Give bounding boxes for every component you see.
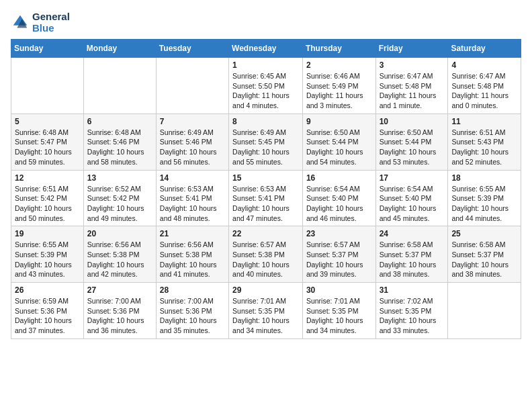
day-number: 11 — [451, 117, 517, 126]
header-cell-saturday: Saturday — [448, 40, 521, 58]
header-cell-thursday: Thursday — [302, 40, 375, 58]
day-cell: 23Sunrise: 6:57 AMSunset: 5:37 PMDayligh… — [302, 226, 375, 283]
day-info: Sunrise: 6:49 AMSunset: 5:46 PMDaylight:… — [160, 128, 225, 167]
day-number: 24 — [380, 229, 445, 238]
day-info: Sunrise: 7:02 AMSunset: 5:35 PMDaylight:… — [380, 296, 445, 336]
day-cell — [156, 58, 228, 114]
day-number: 14 — [160, 173, 225, 183]
calendar-table: SundayMondayTuesdayWednesdayThursdayFrid… — [11, 39, 521, 339]
day-cell: 9Sunrise: 6:50 AMSunset: 5:44 PMDaylight… — [302, 113, 375, 170]
day-cell: 3Sunrise: 6:47 AMSunset: 5:48 PMDaylight… — [375, 58, 448, 114]
day-number: 13 — [87, 173, 152, 183]
day-cell: 16Sunrise: 6:54 AMSunset: 5:40 PMDayligh… — [302, 170, 375, 226]
day-info: Sunrise: 7:00 AMSunset: 5:36 PMDaylight:… — [87, 296, 152, 336]
day-info: Sunrise: 6:53 AMSunset: 5:41 PMDaylight:… — [232, 184, 299, 224]
day-info: Sunrise: 6:56 AMSunset: 5:38 PMDaylight:… — [160, 240, 225, 279]
day-number: 23 — [306, 229, 372, 238]
day-info: Sunrise: 6:58 AMSunset: 5:37 PMDaylight:… — [451, 240, 517, 279]
header-cell-tuesday: Tuesday — [156, 40, 228, 58]
day-info: Sunrise: 6:56 AMSunset: 5:38 PMDaylight:… — [87, 240, 152, 279]
day-cell: 10Sunrise: 6:50 AMSunset: 5:44 PMDayligh… — [375, 113, 448, 170]
day-cell: 29Sunrise: 7:01 AMSunset: 5:35 PMDayligh… — [229, 283, 303, 339]
day-number: 12 — [15, 173, 80, 183]
day-info: Sunrise: 6:46 AMSunset: 5:49 PMDaylight:… — [306, 71, 372, 111]
day-info: Sunrise: 6:48 AMSunset: 5:47 PMDaylight:… — [15, 128, 80, 167]
day-cell: 7Sunrise: 6:49 AMSunset: 5:46 PMDaylight… — [156, 113, 228, 170]
day-number: 19 — [15, 229, 80, 238]
day-info: Sunrise: 6:47 AMSunset: 5:48 PMDaylight:… — [380, 71, 445, 111]
page-header: General Blue — [11, 11, 521, 34]
day-number: 21 — [160, 229, 225, 238]
day-info: Sunrise: 6:51 AMSunset: 5:43 PMDaylight:… — [451, 128, 517, 167]
day-cell: 15Sunrise: 6:53 AMSunset: 5:41 PMDayligh… — [229, 170, 303, 226]
logo: General Blue — [11, 11, 70, 34]
day-info: Sunrise: 6:54 AMSunset: 5:40 PMDaylight:… — [380, 184, 445, 224]
week-row-3: 12Sunrise: 6:51 AMSunset: 5:42 PMDayligh… — [11, 170, 521, 226]
day-info: Sunrise: 6:59 AMSunset: 5:36 PMDaylight:… — [15, 296, 80, 336]
day-number: 8 — [232, 117, 299, 126]
header-cell-friday: Friday — [375, 40, 448, 58]
day-cell: 12Sunrise: 6:51 AMSunset: 5:42 PMDayligh… — [11, 170, 84, 226]
day-number: 2 — [306, 60, 372, 70]
day-info: Sunrise: 7:01 AMSunset: 5:35 PMDaylight:… — [306, 296, 372, 336]
day-number: 30 — [306, 285, 372, 295]
logo-text: General Blue — [32, 11, 70, 34]
calendar-header: SundayMondayTuesdayWednesdayThursdayFrid… — [11, 40, 521, 58]
day-cell: 1Sunrise: 6:45 AMSunset: 5:50 PMDaylight… — [229, 58, 303, 114]
day-cell: 2Sunrise: 6:46 AMSunset: 5:49 PMDaylight… — [302, 58, 375, 114]
day-cell: 20Sunrise: 6:56 AMSunset: 5:38 PMDayligh… — [83, 226, 156, 283]
day-info: Sunrise: 6:55 AMSunset: 5:39 PMDaylight:… — [451, 184, 517, 224]
calendar-body: 1Sunrise: 6:45 AMSunset: 5:50 PMDaylight… — [11, 58, 521, 339]
week-row-4: 19Sunrise: 6:55 AMSunset: 5:39 PMDayligh… — [11, 226, 521, 283]
day-info: Sunrise: 6:50 AMSunset: 5:44 PMDaylight:… — [380, 128, 445, 167]
day-cell: 11Sunrise: 6:51 AMSunset: 5:43 PMDayligh… — [448, 113, 521, 170]
day-number: 10 — [380, 117, 445, 126]
logo-icon — [11, 13, 30, 32]
header-cell-wednesday: Wednesday — [229, 40, 303, 58]
day-number: 22 — [232, 229, 299, 238]
day-cell: 25Sunrise: 6:58 AMSunset: 5:37 PMDayligh… — [448, 226, 521, 283]
day-cell — [448, 283, 521, 339]
day-number: 17 — [380, 173, 445, 183]
day-number: 28 — [160, 285, 225, 295]
day-info: Sunrise: 6:54 AMSunset: 5:40 PMDaylight:… — [306, 184, 372, 224]
day-number: 27 — [87, 285, 152, 295]
day-number: 16 — [306, 173, 372, 183]
day-cell: 30Sunrise: 7:01 AMSunset: 5:35 PMDayligh… — [302, 283, 375, 339]
day-info: Sunrise: 7:01 AMSunset: 5:35 PMDaylight:… — [232, 296, 299, 336]
day-info: Sunrise: 6:47 AMSunset: 5:48 PMDaylight:… — [451, 71, 517, 111]
header-row: SundayMondayTuesdayWednesdayThursdayFrid… — [11, 40, 521, 58]
day-info: Sunrise: 6:55 AMSunset: 5:39 PMDaylight:… — [15, 240, 80, 279]
day-cell: 4Sunrise: 6:47 AMSunset: 5:48 PMDaylight… — [448, 58, 521, 114]
day-number: 25 — [451, 229, 517, 238]
day-number: 9 — [306, 117, 372, 126]
day-cell: 6Sunrise: 6:48 AMSunset: 5:46 PMDaylight… — [83, 113, 156, 170]
day-number: 29 — [232, 285, 299, 295]
day-number: 18 — [451, 173, 517, 183]
day-number: 15 — [232, 173, 299, 183]
day-info: Sunrise: 6:48 AMSunset: 5:46 PMDaylight:… — [87, 128, 152, 167]
day-number: 26 — [15, 285, 80, 295]
day-info: Sunrise: 6:57 AMSunset: 5:37 PMDaylight:… — [306, 240, 372, 279]
header-cell-sunday: Sunday — [11, 40, 84, 58]
day-info: Sunrise: 6:57 AMSunset: 5:38 PMDaylight:… — [232, 240, 299, 279]
week-row-1: 1Sunrise: 6:45 AMSunset: 5:50 PMDaylight… — [11, 58, 521, 114]
header-cell-monday: Monday — [83, 40, 156, 58]
day-number: 7 — [160, 117, 225, 126]
day-cell: 27Sunrise: 7:00 AMSunset: 5:36 PMDayligh… — [83, 283, 156, 339]
day-number: 6 — [87, 117, 152, 126]
day-number: 20 — [87, 229, 152, 238]
day-info: Sunrise: 6:52 AMSunset: 5:42 PMDaylight:… — [87, 184, 152, 224]
day-info: Sunrise: 6:45 AMSunset: 5:50 PMDaylight:… — [232, 71, 299, 111]
day-cell: 18Sunrise: 6:55 AMSunset: 5:39 PMDayligh… — [448, 170, 521, 226]
day-info: Sunrise: 6:58 AMSunset: 5:37 PMDaylight:… — [380, 240, 445, 279]
day-cell: 14Sunrise: 6:53 AMSunset: 5:41 PMDayligh… — [156, 170, 228, 226]
day-cell: 5Sunrise: 6:48 AMSunset: 5:47 PMDaylight… — [11, 113, 84, 170]
day-number: 4 — [451, 60, 517, 70]
day-info: Sunrise: 7:00 AMSunset: 5:36 PMDaylight:… — [160, 296, 225, 336]
day-cell: 22Sunrise: 6:57 AMSunset: 5:38 PMDayligh… — [229, 226, 303, 283]
day-info: Sunrise: 6:50 AMSunset: 5:44 PMDaylight:… — [306, 128, 372, 167]
day-info: Sunrise: 6:51 AMSunset: 5:42 PMDaylight:… — [15, 184, 80, 224]
day-info: Sunrise: 6:49 AMSunset: 5:45 PMDaylight:… — [232, 128, 299, 167]
day-cell: 8Sunrise: 6:49 AMSunset: 5:45 PMDaylight… — [229, 113, 303, 170]
